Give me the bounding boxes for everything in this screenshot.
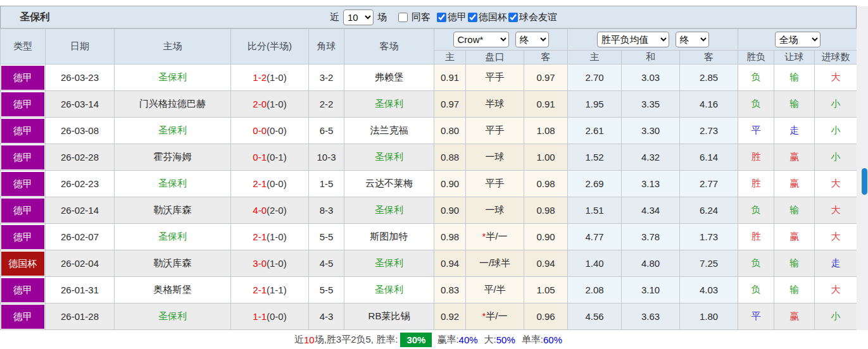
home-team-cell[interactable]: 勒沃库森 (115, 197, 231, 224)
home-team-name[interactable]: 圣保利 (158, 231, 187, 242)
handicap-result-cell: 赢 (774, 224, 815, 250)
scrollbar-thumb[interactable] (862, 168, 867, 195)
score-cell[interactable]: 1-2(1-0) (231, 64, 309, 91)
home-team-cell[interactable]: 门兴格拉德巴赫 (115, 91, 231, 118)
half-score: (0-0) (267, 178, 287, 189)
full-score[interactable]: 2-0 (253, 99, 267, 109)
odds-type-select[interactable]: 胜平负均值 (597, 32, 669, 47)
away-team-name[interactable]: 云达不莱梅 (365, 178, 413, 188)
home-team-cell[interactable]: 圣保利 (115, 64, 231, 91)
corner-cell: 4-3 (309, 303, 344, 330)
ah-away-odds-cell: 0.90 (524, 224, 568, 250)
away-team-cell[interactable]: 斯图加特 (344, 224, 434, 250)
away-team-cell[interactable]: 云达不莱梅 (344, 171, 434, 197)
home-team-name[interactable]: 圣保利 (158, 178, 187, 188)
dfb-pokal-checkbox[interactable] (468, 13, 477, 22)
col-header-corner: 角球 (309, 29, 344, 64)
score-cell[interactable]: 0-1(0-1) (231, 144, 309, 171)
score-cell[interactable]: 2-1(1-0) (231, 224, 309, 250)
away-team-name[interactable]: 斯图加特 (370, 231, 408, 242)
score-cell[interactable]: 3-0(1-0) (231, 250, 309, 277)
away-team-cell[interactable]: 圣保利 (344, 197, 434, 224)
goals-result-cell: 大 (815, 224, 857, 250)
near-label: 近 (330, 11, 339, 23)
home-team-name[interactable]: 圣保利 (158, 71, 187, 82)
full-score[interactable]: 3-0 (253, 258, 267, 269)
home-team-name[interactable]: 圣保利 (158, 125, 187, 135)
home-team-name[interactable]: 门兴格拉德巴赫 (139, 98, 206, 109)
away-team-cell[interactable]: 法兰克福 (344, 118, 434, 144)
away-team-cell[interactable]: RB莱比锡 (344, 303, 434, 330)
company-time-select[interactable]: 终 (515, 32, 549, 47)
corner-cell: 5-5 (309, 224, 344, 250)
away-team-name[interactable]: 圣保利 (375, 257, 403, 268)
away-team-name[interactable]: 圣保利 (375, 204, 403, 215)
half-score: (0-0) (267, 125, 287, 136)
home-team-name[interactable]: 霍芬海姆 (154, 151, 192, 162)
result-cell: 负 (738, 250, 774, 277)
home-team-name[interactable]: 勒沃库森 (154, 204, 192, 215)
home-team-cell[interactable]: 圣保利 (115, 303, 231, 330)
league-cell: 德甲 (1, 64, 46, 91)
home-team-cell[interactable]: 圣保利 (115, 224, 231, 250)
away-team-name[interactable]: 圣保利 (375, 151, 403, 162)
away-team-name[interactable]: 弗赖堡 (375, 71, 403, 82)
odds-away-cell: 2.85 (680, 64, 738, 91)
full-score[interactable]: 0-1 (253, 152, 267, 162)
score-cell[interactable]: 2-1(1-1) (231, 277, 309, 303)
full-score[interactable]: 2-1 (253, 178, 267, 189)
matches-count-select[interactable]: 10 (343, 9, 374, 25)
odds-away-cell: 2.77 (680, 171, 738, 197)
full-score[interactable]: 4-0 (253, 205, 267, 216)
away-team-cell[interactable]: 弗赖堡 (344, 64, 434, 91)
full-score[interactable]: 1-2 (253, 72, 267, 83)
home-team-name[interactable]: 奥格斯堡 (154, 284, 192, 295)
goals-result-cell: 小 (815, 144, 857, 171)
odds-time-select[interactable]: 终 (676, 32, 709, 47)
full-score[interactable]: 0-0 (253, 125, 267, 136)
home-team-cell[interactable]: 霍芬海姆 (115, 144, 231, 171)
scope-select[interactable]: 全场 (775, 32, 821, 47)
score-cell[interactable]: 1-1(0-0) (231, 303, 309, 330)
corner-cell: 4-5 (309, 250, 344, 277)
away-team-name[interactable]: 圣保利 (375, 284, 403, 295)
away-team-cell[interactable]: 圣保利 (344, 250, 434, 277)
ah-line-cell: *半/一 (466, 224, 524, 250)
score-cell[interactable]: 2-1(0-0) (231, 171, 309, 197)
away-team-cell[interactable]: 圣保利 (344, 277, 434, 303)
col-header-odds-away: 客 (680, 51, 738, 64)
league-badge: 德甲 (1, 225, 44, 249)
score-cell[interactable]: 2-0(1-0) (231, 91, 309, 118)
odds-home-cell: 1.40 (568, 250, 622, 277)
full-score[interactable]: 2-1 (253, 285, 267, 295)
same-away-checkbox[interactable] (398, 13, 408, 22)
goals-result-cell: 小 (815, 91, 857, 118)
company-select[interactable]: Crow* (453, 32, 509, 47)
score-cell[interactable]: 0-0(0-0) (231, 118, 309, 144)
home-team-cell[interactable]: 奥格斯堡 (115, 277, 231, 303)
ah-line-cell: 平/半 (466, 277, 524, 303)
odds-controls: 胜平负均值 终 (568, 29, 738, 51)
league-badge: 德甲 (1, 66, 44, 90)
away-team-name[interactable]: 圣保利 (375, 98, 403, 109)
away-team-name[interactable]: 法兰克福 (370, 125, 408, 135)
friendly-checkbox[interactable] (508, 13, 518, 22)
home-team-cell[interactable]: 勒沃库森 (115, 250, 231, 277)
odds-home-cell: 1.95 (568, 91, 622, 118)
home-team-name[interactable]: 勒沃库森 (154, 257, 192, 268)
away-team-cell[interactable]: 圣保利 (344, 144, 434, 171)
full-score[interactable]: 2-1 (253, 231, 267, 242)
goals-result-cell: 走 (815, 250, 857, 277)
ah-away-odds-cell: 0.98 (524, 171, 568, 197)
home-team-cell[interactable]: 圣保利 (115, 171, 231, 197)
result-cell: 负 (738, 277, 774, 303)
home-team-cell[interactable]: 圣保利 (115, 118, 231, 144)
home-team-name[interactable]: 圣保利 (158, 310, 187, 321)
away-team-name[interactable]: RB莱比锡 (368, 310, 410, 321)
bundesliga-checkbox[interactable] (437, 13, 446, 22)
goals-result-cell: 小 (815, 303, 857, 330)
corner-cell: 8-3 (309, 197, 344, 224)
full-score[interactable]: 1-1 (253, 311, 267, 322)
score-cell[interactable]: 4-0(2-0) (231, 197, 309, 224)
away-team-cell[interactable]: 圣保利 (344, 91, 434, 118)
